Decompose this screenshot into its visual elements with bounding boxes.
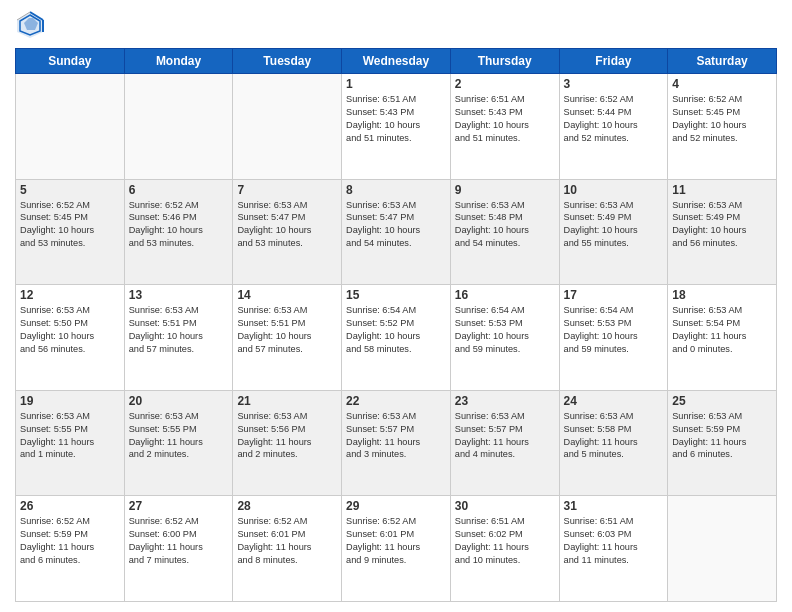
calendar-cell: 3Sunrise: 6:52 AM Sunset: 5:44 PM Daylig… bbox=[559, 74, 668, 180]
calendar-cell bbox=[16, 74, 125, 180]
day-info: Sunrise: 6:53 AM Sunset: 5:55 PM Dayligh… bbox=[20, 410, 120, 462]
calendar-cell: 26Sunrise: 6:52 AM Sunset: 5:59 PM Dayli… bbox=[16, 496, 125, 602]
day-number: 10 bbox=[564, 183, 664, 197]
calendar-cell: 4Sunrise: 6:52 AM Sunset: 5:45 PM Daylig… bbox=[668, 74, 777, 180]
calendar-cell: 24Sunrise: 6:53 AM Sunset: 5:58 PM Dayli… bbox=[559, 390, 668, 496]
day-info: Sunrise: 6:53 AM Sunset: 5:57 PM Dayligh… bbox=[346, 410, 446, 462]
day-number: 4 bbox=[672, 77, 772, 91]
week-row-2: 5Sunrise: 6:52 AM Sunset: 5:45 PM Daylig… bbox=[16, 179, 777, 285]
calendar-cell: 31Sunrise: 6:51 AM Sunset: 6:03 PM Dayli… bbox=[559, 496, 668, 602]
day-info: Sunrise: 6:52 AM Sunset: 5:45 PM Dayligh… bbox=[672, 93, 772, 145]
weekday-friday: Friday bbox=[559, 49, 668, 74]
day-number: 28 bbox=[237, 499, 337, 513]
calendar-cell: 12Sunrise: 6:53 AM Sunset: 5:50 PM Dayli… bbox=[16, 285, 125, 391]
calendar-cell: 29Sunrise: 6:52 AM Sunset: 6:01 PM Dayli… bbox=[342, 496, 451, 602]
week-row-1: 1Sunrise: 6:51 AM Sunset: 5:43 PM Daylig… bbox=[16, 74, 777, 180]
day-number: 5 bbox=[20, 183, 120, 197]
calendar-cell: 27Sunrise: 6:52 AM Sunset: 6:00 PM Dayli… bbox=[124, 496, 233, 602]
weekday-sunday: Sunday bbox=[16, 49, 125, 74]
day-info: Sunrise: 6:53 AM Sunset: 5:50 PM Dayligh… bbox=[20, 304, 120, 356]
day-number: 7 bbox=[237, 183, 337, 197]
day-number: 9 bbox=[455, 183, 555, 197]
calendar-cell: 6Sunrise: 6:52 AM Sunset: 5:46 PM Daylig… bbox=[124, 179, 233, 285]
day-number: 1 bbox=[346, 77, 446, 91]
day-info: Sunrise: 6:53 AM Sunset: 5:54 PM Dayligh… bbox=[672, 304, 772, 356]
day-number: 17 bbox=[564, 288, 664, 302]
week-row-4: 19Sunrise: 6:53 AM Sunset: 5:55 PM Dayli… bbox=[16, 390, 777, 496]
week-row-3: 12Sunrise: 6:53 AM Sunset: 5:50 PM Dayli… bbox=[16, 285, 777, 391]
day-number: 23 bbox=[455, 394, 555, 408]
weekday-thursday: Thursday bbox=[450, 49, 559, 74]
calendar-cell: 9Sunrise: 6:53 AM Sunset: 5:48 PM Daylig… bbox=[450, 179, 559, 285]
day-number: 31 bbox=[564, 499, 664, 513]
day-info: Sunrise: 6:52 AM Sunset: 6:01 PM Dayligh… bbox=[237, 515, 337, 567]
day-info: Sunrise: 6:53 AM Sunset: 5:57 PM Dayligh… bbox=[455, 410, 555, 462]
calendar-cell bbox=[233, 74, 342, 180]
calendar-cell: 19Sunrise: 6:53 AM Sunset: 5:55 PM Dayli… bbox=[16, 390, 125, 496]
day-info: Sunrise: 6:53 AM Sunset: 5:48 PM Dayligh… bbox=[455, 199, 555, 251]
day-number: 21 bbox=[237, 394, 337, 408]
day-number: 25 bbox=[672, 394, 772, 408]
calendar-cell: 14Sunrise: 6:53 AM Sunset: 5:51 PM Dayli… bbox=[233, 285, 342, 391]
day-info: Sunrise: 6:51 AM Sunset: 6:03 PM Dayligh… bbox=[564, 515, 664, 567]
day-info: Sunrise: 6:53 AM Sunset: 5:49 PM Dayligh… bbox=[672, 199, 772, 251]
day-number: 14 bbox=[237, 288, 337, 302]
day-number: 13 bbox=[129, 288, 229, 302]
calendar-cell: 25Sunrise: 6:53 AM Sunset: 5:59 PM Dayli… bbox=[668, 390, 777, 496]
weekday-tuesday: Tuesday bbox=[233, 49, 342, 74]
calendar-cell: 28Sunrise: 6:52 AM Sunset: 6:01 PM Dayli… bbox=[233, 496, 342, 602]
calendar-cell: 18Sunrise: 6:53 AM Sunset: 5:54 PM Dayli… bbox=[668, 285, 777, 391]
day-number: 8 bbox=[346, 183, 446, 197]
weekday-monday: Monday bbox=[124, 49, 233, 74]
week-row-5: 26Sunrise: 6:52 AM Sunset: 5:59 PM Dayli… bbox=[16, 496, 777, 602]
calendar-cell: 30Sunrise: 6:51 AM Sunset: 6:02 PM Dayli… bbox=[450, 496, 559, 602]
day-info: Sunrise: 6:54 AM Sunset: 5:53 PM Dayligh… bbox=[455, 304, 555, 356]
day-info: Sunrise: 6:53 AM Sunset: 5:56 PM Dayligh… bbox=[237, 410, 337, 462]
day-info: Sunrise: 6:52 AM Sunset: 5:44 PM Dayligh… bbox=[564, 93, 664, 145]
day-number: 18 bbox=[672, 288, 772, 302]
day-info: Sunrise: 6:52 AM Sunset: 5:45 PM Dayligh… bbox=[20, 199, 120, 251]
day-info: Sunrise: 6:51 AM Sunset: 5:43 PM Dayligh… bbox=[346, 93, 446, 145]
day-info: Sunrise: 6:53 AM Sunset: 5:47 PM Dayligh… bbox=[346, 199, 446, 251]
calendar-cell: 22Sunrise: 6:53 AM Sunset: 5:57 PM Dayli… bbox=[342, 390, 451, 496]
day-info: Sunrise: 6:53 AM Sunset: 5:58 PM Dayligh… bbox=[564, 410, 664, 462]
day-info: Sunrise: 6:52 AM Sunset: 5:46 PM Dayligh… bbox=[129, 199, 229, 251]
calendar-cell: 7Sunrise: 6:53 AM Sunset: 5:47 PM Daylig… bbox=[233, 179, 342, 285]
day-info: Sunrise: 6:53 AM Sunset: 5:49 PM Dayligh… bbox=[564, 199, 664, 251]
weekday-wednesday: Wednesday bbox=[342, 49, 451, 74]
day-number: 6 bbox=[129, 183, 229, 197]
calendar-cell: 21Sunrise: 6:53 AM Sunset: 5:56 PM Dayli… bbox=[233, 390, 342, 496]
day-info: Sunrise: 6:51 AM Sunset: 5:43 PM Dayligh… bbox=[455, 93, 555, 145]
day-info: Sunrise: 6:52 AM Sunset: 6:01 PM Dayligh… bbox=[346, 515, 446, 567]
calendar-cell: 5Sunrise: 6:52 AM Sunset: 5:45 PM Daylig… bbox=[16, 179, 125, 285]
calendar-cell: 23Sunrise: 6:53 AM Sunset: 5:57 PM Dayli… bbox=[450, 390, 559, 496]
day-number: 24 bbox=[564, 394, 664, 408]
day-number: 15 bbox=[346, 288, 446, 302]
day-number: 22 bbox=[346, 394, 446, 408]
calendar-cell: 1Sunrise: 6:51 AM Sunset: 5:43 PM Daylig… bbox=[342, 74, 451, 180]
calendar-cell: 13Sunrise: 6:53 AM Sunset: 5:51 PM Dayli… bbox=[124, 285, 233, 391]
day-number: 26 bbox=[20, 499, 120, 513]
day-info: Sunrise: 6:51 AM Sunset: 6:02 PM Dayligh… bbox=[455, 515, 555, 567]
page: SundayMondayTuesdayWednesdayThursdayFrid… bbox=[0, 0, 792, 612]
calendar-cell bbox=[668, 496, 777, 602]
weekday-saturday: Saturday bbox=[668, 49, 777, 74]
day-number: 29 bbox=[346, 499, 446, 513]
logo-icon bbox=[15, 10, 45, 40]
day-info: Sunrise: 6:54 AM Sunset: 5:52 PM Dayligh… bbox=[346, 304, 446, 356]
day-info: Sunrise: 6:53 AM Sunset: 5:59 PM Dayligh… bbox=[672, 410, 772, 462]
day-number: 27 bbox=[129, 499, 229, 513]
calendar-cell bbox=[124, 74, 233, 180]
day-number: 2 bbox=[455, 77, 555, 91]
weekday-header-row: SundayMondayTuesdayWednesdayThursdayFrid… bbox=[16, 49, 777, 74]
day-info: Sunrise: 6:52 AM Sunset: 5:59 PM Dayligh… bbox=[20, 515, 120, 567]
day-info: Sunrise: 6:52 AM Sunset: 6:00 PM Dayligh… bbox=[129, 515, 229, 567]
day-info: Sunrise: 6:53 AM Sunset: 5:55 PM Dayligh… bbox=[129, 410, 229, 462]
day-number: 30 bbox=[455, 499, 555, 513]
calendar-table: SundayMondayTuesdayWednesdayThursdayFrid… bbox=[15, 48, 777, 602]
calendar-cell: 16Sunrise: 6:54 AM Sunset: 5:53 PM Dayli… bbox=[450, 285, 559, 391]
day-number: 19 bbox=[20, 394, 120, 408]
day-number: 20 bbox=[129, 394, 229, 408]
calendar-cell: 11Sunrise: 6:53 AM Sunset: 5:49 PM Dayli… bbox=[668, 179, 777, 285]
calendar-cell: 2Sunrise: 6:51 AM Sunset: 5:43 PM Daylig… bbox=[450, 74, 559, 180]
